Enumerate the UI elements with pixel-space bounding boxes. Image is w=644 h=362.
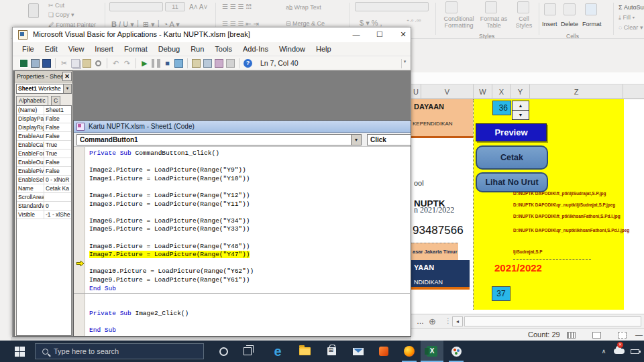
insert-cells-button[interactable]: Insert [542,21,557,27]
object-browser-icon[interactable] [215,59,223,68]
properties-grid[interactable]: (Name)Sheet1DisplayPagFalseDisplayRiglFa… [16,105,72,336]
object-dropdown-arrow-icon[interactable]: ▼ [351,135,361,145]
property-value[interactable]: 0 [44,202,71,210]
cell-band-ndidikan[interactable]: NDIDIKAN [411,275,470,290]
cut-icon[interactable]: ✂ [60,59,68,68]
break-icon[interactable] [152,59,160,68]
copy-button[interactable]: ❏ Copy ▾ [48,11,74,18]
help-icon[interactable]: ? [244,59,252,68]
page-layout-view-icon[interactable] [592,332,601,339]
menu-window[interactable]: Window [274,45,311,53]
undo-icon[interactable]: ↶ [111,59,120,68]
lihat-no-urut-button[interactable]: Lihat No Urut [476,172,548,192]
toolbox-icon[interactable] [226,59,235,68]
event-dropdown[interactable]: Click [367,134,411,145]
font-name-box[interactable] [109,2,163,11]
column-header-u[interactable]: U [411,84,421,99]
property-row[interactable]: StandardW0 [17,202,71,210]
code-window-titlebar[interactable]: Kartu NUPTK.xlsm - Sheet1 (Code) [74,121,411,133]
column-header-w[interactable]: W [474,84,492,99]
firefox-button[interactable] [398,341,420,362]
formula-bar[interactable] [411,72,644,84]
cortana-button[interactable] [213,341,233,362]
battery-tray-button[interactable] [628,341,641,362]
property-row[interactable]: (Name)Sheet1 [17,106,71,115]
mail-button[interactable] [347,341,369,362]
add-sheet-button[interactable]: ⊕ [429,316,436,326]
format-cells-button[interactable]: Format [582,21,602,27]
column-header-v[interactable]: V [421,84,474,99]
property-row[interactable]: EnableSele0 - xlNoR [17,176,71,184]
properties-close-icon[interactable]: ✕ [62,72,72,81]
vba-titlebar[interactable]: Microsoft Visual Basic for Applications … [13,27,411,42]
column-header-x[interactable]: X [492,84,511,99]
menu-insert[interactable]: Insert [89,45,119,53]
tab-categorized[interactable]: C [51,96,60,105]
copy-icon[interactable] [71,59,80,68]
conditional-formatting-button[interactable]: Conditional Formatting [441,15,477,29]
property-row[interactable]: EnableForrTrue [17,149,71,158]
run-icon[interactable]: ▶ [140,59,149,68]
maximize-button[interactable]: ☐ [370,27,390,42]
number-format-box[interactable] [355,2,429,11]
spin-down-icon[interactable]: ▼ [512,110,529,120]
store-button[interactable] [321,341,342,362]
menu-view[interactable]: View [63,45,90,53]
property-value[interactable]: -1 - xlShe [44,210,71,219]
edge-button[interactable]: e [267,341,288,362]
spin-up-icon[interactable]: ▲ [512,101,529,111]
minimize-button[interactable]: — [346,27,366,42]
zoom-out-button[interactable]: — [635,330,643,339]
object-selector[interactable]: Sheet1 Workshe ▼ [16,84,72,94]
property-value[interactable]: Cetak Ka [44,184,71,192]
onedrive-tray-button[interactable]: ✕ [610,341,628,362]
object-dropdown[interactable]: CommandButton1 ▼ [76,134,362,145]
property-value[interactable]: Sheet1 [44,106,71,114]
property-row[interactable]: EnablePivcFalse [17,167,71,176]
property-row[interactable]: ScrollArea [17,193,71,202]
font-size-box[interactable]: 11 [165,2,185,11]
properties-window-icon[interactable] [203,59,212,68]
sheet-more-button[interactable]: … [417,317,424,325]
align-top-icons[interactable]: ☰ ☰ ☰ 𝌻 [222,3,252,10]
normal-view-icon[interactable] [567,332,576,339]
property-value[interactable]: False [44,158,71,166]
excel-taskbar-button[interactable]: X [421,341,443,362]
close-button[interactable]: ✕ [393,27,413,42]
cell-spin-value[interactable]: 36 [492,101,511,115]
property-value[interactable]: False [44,167,71,175]
paint-button[interactable] [445,341,467,362]
menu-debug[interactable]: Debug [153,45,185,53]
clear-button[interactable]: ◌ Clear ▾ [619,24,643,31]
hscroll-left-icon[interactable]: ◂ [452,316,463,326]
cetak-button[interactable]: Cetak [476,145,548,170]
autosum-button[interactable]: Σ AutoSum [619,4,644,11]
menu-file[interactable]: File [17,45,40,53]
horizontal-scrollbar[interactable] [464,316,641,326]
property-value[interactable]: False [44,132,71,140]
insert-userform-icon[interactable] [31,59,40,68]
tab-alphabetic[interactable]: Alphabetic [16,96,48,105]
preview-button[interactable]: Preview [476,123,547,141]
code-editor[interactable]: Private Sub CommandButton1_Click()Image2… [74,147,411,336]
cut-button[interactable]: ✂ Cut [48,2,64,9]
search-box[interactable]: Type here to search [35,343,204,359]
menu-run[interactable]: Run [185,45,209,53]
start-button[interactable] [8,341,31,362]
merge-center-button[interactable]: ⊟ Merge & Ce [286,20,325,27]
tab-splitter-icon[interactable]: ⋮ [445,317,451,324]
menu-addins[interactable]: Add-Ins [237,45,274,53]
fill-button[interactable]: ⤓ Fill ▾ [619,14,635,21]
page-break-view-icon[interactable] [618,332,627,339]
cell-district-orange[interactable]: asar Jakarta Timur [411,243,458,260]
property-row[interactable]: Visible-1 - xlShe [17,210,71,219]
property-value[interactable]: 0 - xlNoR [44,176,71,184]
find-icon[interactable] [95,60,101,66]
spreadsheet-grid[interactable]: DAYAAN KEPENDIDIKAN 36 ▲ ▼ Preview Cetak… [411,99,644,314]
menu-tools[interactable]: Tools [209,45,237,53]
task-view-button[interactable] [237,341,258,362]
cell-row-value[interactable]: 37 [492,286,511,301]
grow-font-icon[interactable]: A˄ A˅ [189,3,207,11]
toolbar-options-icon[interactable]: ▾ [401,59,408,68]
cell-header-orange[interactable]: DAYAAN KEPENDIDIKAN [411,99,473,138]
